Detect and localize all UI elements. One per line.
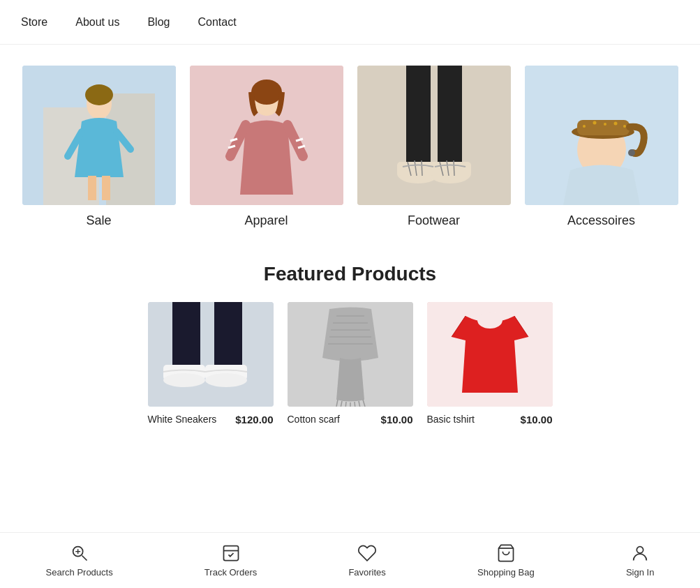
svg-point-17	[251, 80, 282, 105]
category-accessoires-label: Accessoires	[567, 213, 635, 228]
product-sneakers-info: White Sneakers $120.00	[148, 414, 274, 425]
product-cotton-scarf[interactable]: Cotton scarf $10.00	[288, 302, 413, 425]
svg-rect-42	[172, 302, 200, 368]
category-accessoires-image	[525, 66, 678, 205]
category-footwear-image	[357, 66, 511, 205]
category-accessoires[interactable]: Accessoires	[525, 66, 678, 228]
svg-point-40	[628, 149, 635, 156]
bottom-nav-bag-label: Shopping Bag	[477, 567, 535, 578]
product-tshirt-price: $10.00	[521, 414, 553, 425]
svg-rect-27	[429, 162, 471, 176]
main-nav: Store About us Blog Contact	[0, 0, 700, 45]
category-footwear-label: Footwear	[408, 213, 460, 228]
svg-point-72	[636, 547, 643, 553]
svg-point-38	[613, 122, 617, 126]
product-sneakers-name: White Sneakers	[148, 414, 217, 425]
bottom-nav-bag[interactable]: Shopping Bag	[477, 543, 535, 578]
featured-title: Featured Products	[28, 263, 672, 285]
category-apparel[interactable]: Apparel	[190, 66, 343, 228]
category-footwear[interactable]: Footwear	[357, 66, 511, 228]
shopping-bag-icon	[496, 543, 516, 563]
svg-rect-43	[214, 302, 242, 368]
products-grid: White Sneakers $120.00	[28, 302, 672, 425]
bottom-nav-signin[interactable]: Sign In	[626, 543, 654, 578]
svg-point-39	[623, 125, 626, 128]
bottom-nav: Search Products Track Orders Favorites S…	[0, 532, 700, 588]
product-tshirt-image	[427, 302, 553, 407]
svg-point-47	[205, 373, 247, 387]
svg-point-45	[163, 373, 205, 387]
svg-point-37	[604, 123, 606, 126]
svg-rect-20	[438, 66, 462, 163]
user-icon	[630, 543, 650, 563]
bottom-nav-favorites-label: Favorites	[348, 567, 385, 578]
nav-about-us[interactable]: About us	[75, 16, 119, 29]
svg-line-66	[82, 556, 87, 561]
bottom-nav-favorites[interactable]: Favorites	[348, 543, 385, 578]
category-sale-image	[22, 66, 176, 205]
nav-store[interactable]: Store	[21, 16, 47, 29]
category-sale-label: Sale	[86, 213, 111, 228]
heart-icon	[357, 543, 377, 563]
product-scarf-image	[288, 302, 413, 407]
nav-contact[interactable]: Contact	[198, 16, 236, 29]
bottom-nav-search[interactable]: Search Products	[46, 543, 113, 578]
svg-point-36	[593, 121, 596, 125]
svg-rect-41	[148, 302, 274, 407]
bottom-nav-track-label: Track Orders	[204, 567, 257, 578]
category-apparel-image	[190, 66, 343, 205]
product-sneakers-price: $120.00	[235, 414, 273, 425]
product-white-sneakers[interactable]: White Sneakers $120.00	[148, 302, 274, 425]
search-icon	[70, 543, 89, 563]
product-tshirt-name: Basic tshirt	[427, 414, 475, 425]
svg-point-35	[583, 125, 586, 128]
product-scarf-price: $10.00	[381, 414, 413, 425]
nav-blog[interactable]: Blog	[147, 16, 170, 29]
svg-rect-69	[223, 546, 238, 561]
track-orders-icon	[221, 543, 241, 563]
category-sale[interactable]: Sale	[22, 66, 176, 228]
featured-section: Featured Products	[0, 249, 700, 453]
svg-line-25	[422, 160, 422, 176]
bottom-nav-search-label: Search Products	[46, 567, 113, 578]
product-sneakers-image	[148, 302, 274, 407]
product-basic-tshirt[interactable]: Basic tshirt $10.00	[427, 302, 553, 425]
bottom-nav-signin-label: Sign In	[626, 567, 654, 578]
svg-rect-34	[577, 120, 630, 135]
svg-rect-18	[357, 66, 511, 205]
product-scarf-name: Cotton scarf	[288, 414, 340, 425]
svg-rect-19	[406, 66, 431, 163]
svg-point-8	[85, 84, 113, 105]
categories-section: Sale Apparel	[0, 45, 700, 249]
product-tshirt-info: Basic tshirt $10.00	[427, 414, 553, 425]
product-scarf-info: Cotton scarf $10.00	[288, 414, 413, 425]
svg-line-58	[355, 402, 355, 407]
svg-point-62	[477, 312, 502, 329]
svg-rect-6	[88, 176, 96, 200]
svg-rect-7	[102, 176, 110, 200]
svg-line-56	[345, 402, 346, 407]
bottom-nav-track[interactable]: Track Orders	[204, 543, 257, 578]
svg-line-30	[454, 160, 454, 176]
category-apparel-label: Apparel	[244, 213, 288, 228]
